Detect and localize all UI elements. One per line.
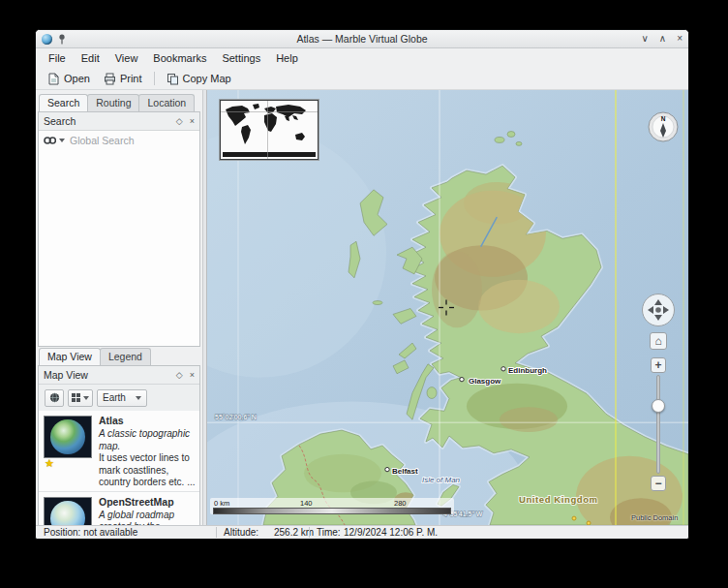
mapview-dock: Map View ◇ ×: [38, 365, 200, 530]
menu-bookmarks[interactable]: Bookmarks: [146, 50, 213, 66]
open-button[interactable]: Open: [42, 71, 96, 87]
edinburgh-label: Edinburgh: [508, 366, 547, 375]
view-mode-caret-icon: [83, 396, 89, 400]
theme-title: Atlas: [99, 415, 196, 427]
search-dock-title: Search: [44, 115, 176, 127]
search-results-area[interactable]: [39, 150, 199, 346]
maximize-button[interactable]: ∧: [659, 34, 666, 44]
zoom-slider-track[interactable]: [656, 375, 660, 474]
zoom-in-button[interactable]: +: [651, 357, 666, 373]
pin-icon[interactable]: [57, 34, 67, 45]
isle-of-man-label: Isle of Man: [422, 477, 461, 485]
menubar: File Edit View Bookmarks Settings Help: [36, 48, 688, 68]
latitude-label: 55°02'00.6" N: [215, 414, 257, 420]
mapview-controls: Earth: [39, 385, 199, 412]
open-icon: [47, 73, 60, 85]
theme-item-atlas[interactable]: ★ Atlas A classic topographic map. It us…: [39, 411, 199, 492]
menu-view[interactable]: View: [108, 50, 145, 66]
star-rating-icon[interactable]: ★: [45, 457, 54, 469]
toolbar-separator: [154, 72, 155, 85]
search-type-caret-icon[interactable]: [59, 139, 65, 142]
close-button[interactable]: ×: [677, 34, 682, 44]
belfast-label: Belfast: [392, 467, 418, 476]
mapview-dock-tabbar: Map View Legend: [39, 348, 150, 365]
main-toolbar: Open Print Copy Map: [36, 68, 688, 90]
theme-title: OpenStreetMap: [99, 496, 196, 509]
scale-bar: 0 km 140 280: [210, 498, 454, 514]
float-panel-icon[interactable]: ◇: [176, 116, 183, 126]
status-altitude-value: 256.2 km: [274, 526, 314, 539]
orkney-1: [495, 137, 504, 142]
status-altitude-label: Altitude:: [224, 526, 258, 539]
glasgow-marker: [460, 377, 464, 381]
map-attribution: Public Domain: [631, 513, 678, 522]
united-kingdom-label: United Kingdom: [519, 494, 598, 505]
statusbar: Position: not available Altitude: 256.2 …: [36, 525, 688, 539]
tab-routing[interactable]: Routing: [87, 94, 139, 111]
scale-mid-label: 140: [300, 499, 313, 508]
float-panel-icon[interactable]: ◇: [176, 370, 183, 380]
copy-icon: [167, 73, 179, 85]
overview-world-icon: [221, 101, 318, 159]
belfast-marker: [385, 467, 389, 471]
close-panel-icon[interactable]: ×: [190, 370, 195, 380]
close-panel-icon[interactable]: ×: [190, 116, 195, 126]
celestial-body-select[interactable]: Earth: [97, 389, 147, 407]
projection-button[interactable]: [45, 389, 64, 407]
menu-file[interactable]: File: [42, 50, 73, 66]
scale-end-label: 280: [394, 499, 407, 508]
theme-description-italic: A classic topographic map.: [99, 428, 196, 452]
print-button[interactable]: Print: [98, 71, 148, 87]
compass-north-label: N: [661, 115, 666, 122]
main-area: Search Routing Location Search ◇ ×: [36, 90, 688, 525]
search-field-row: [39, 131, 199, 151]
copy-map-button[interactable]: Copy Map: [161, 71, 237, 87]
orkney-2: [507, 132, 515, 138]
place-marker: [572, 516, 576, 520]
status-time-value: 12/9/2024 12:06 P. M.: [344, 526, 438, 539]
menu-settings[interactable]: Settings: [215, 50, 267, 66]
sidebar: Search Routing Location Search ◇ ×: [36, 90, 202, 525]
tab-search[interactable]: Search: [39, 94, 88, 111]
scale-zero-label: 0 km: [214, 499, 229, 508]
app-icon: [42, 34, 52, 45]
mapview-dock-header: Map View ◇ ×: [39, 366, 199, 385]
edinburgh-marker: [501, 367, 505, 371]
search-dock: Search ◇ ×: [38, 111, 200, 347]
glasgow-label: Glasgow: [469, 377, 501, 386]
orkney-3: [516, 141, 522, 145]
print-icon: [104, 73, 116, 85]
compass-widget[interactable]: N: [648, 111, 679, 142]
menu-help[interactable]: Help: [269, 50, 305, 66]
tab-location[interactable]: Location: [138, 94, 195, 111]
desktop-background: { "window": { "title": "Atlas — Marble V…: [0, 0, 728, 588]
zoom-out-button[interactable]: −: [651, 476, 666, 491]
search-dock-header: Search ◇ ×: [39, 112, 199, 131]
overview-map[interactable]: [220, 100, 318, 160]
view-mode-button[interactable]: [68, 389, 93, 407]
globe-projection-icon: [49, 392, 60, 403]
statusbar-separator: [216, 527, 217, 538]
arran: [427, 387, 437, 399]
theme-thumbnail: [44, 416, 92, 458]
theme-item-openstreetmap[interactable]: ★ OpenStreetMap A global roadmap created…: [39, 492, 199, 529]
tab-legend[interactable]: Legend: [100, 348, 151, 365]
marble-window: Atlas — Marble Virtual Globe ∨ ∧ × File …: [35, 29, 689, 540]
map-canvas[interactable]: 55°02'00.6" N 4°55'41.5" W Glasgow Edinb…: [207, 90, 688, 525]
tab-map-view[interactable]: Map View: [39, 348, 101, 365]
home-button[interactable]: ⌂: [650, 332, 667, 350]
pan-center-dot-icon: [655, 307, 661, 313]
search-dock-tabbar: Search Routing Location: [39, 94, 194, 111]
theme-thumbnail: [44, 497, 92, 529]
navigation-pad[interactable]: [641, 293, 676, 327]
menu-edit[interactable]: Edit: [75, 50, 106, 66]
search-type-icon[interactable]: [44, 136, 56, 145]
titlebar[interactable]: Atlas — Marble Virtual Globe ∨ ∧ ×: [36, 30, 688, 48]
map-theme-list: ★ Atlas A classic topographic map. It us…: [39, 411, 199, 529]
search-input[interactable]: [68, 134, 195, 147]
zoom-slider-handle[interactable]: [652, 399, 665, 413]
minimize-button[interactable]: ∨: [642, 34, 649, 44]
scale-gradient-bar: [213, 508, 451, 514]
status-time-label: Time:: [317, 526, 341, 539]
theme-description: It uses vector lines to mark coastlines,…: [99, 452, 196, 489]
